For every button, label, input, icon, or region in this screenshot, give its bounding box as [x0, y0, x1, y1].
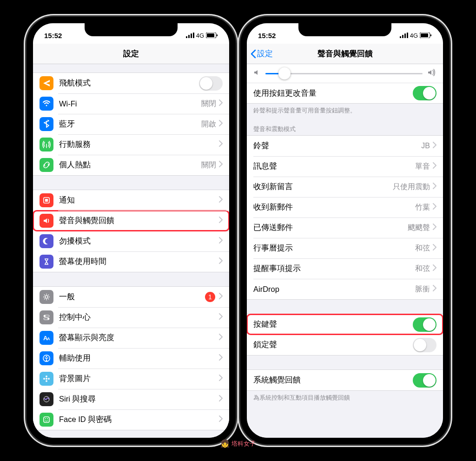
- bell-icon: [40, 193, 53, 207]
- chevron-icon: [219, 140, 223, 149]
- chevron-icon: [433, 162, 436, 171]
- chevron-icon: [219, 161, 223, 169]
- system-haptics-toggle[interactable]: [413, 373, 436, 388]
- back-button[interactable]: 設定: [251, 44, 273, 64]
- chevron-icon: [433, 142, 436, 150]
- sound-row[interactable]: 已傳送郵件颼颼聲: [247, 217, 443, 238]
- sound-row[interactable]: 收到新留言只使用震動: [247, 177, 443, 197]
- cell-label: 使用按鈕更改音量: [253, 88, 413, 99]
- chevron-icon: [219, 237, 223, 245]
- svg-rect-28: [400, 36, 401, 38]
- cell-label: 一般: [59, 292, 205, 302]
- sound-row[interactable]: AirDrop脈衝: [247, 279, 443, 299]
- svg-point-20: [46, 375, 47, 377]
- settings-row-airplane[interactable]: 飛航模式: [33, 73, 229, 93]
- svg-rect-25: [44, 417, 49, 422]
- settings-row-text-size[interactable]: AA螢幕顯示與亮度: [33, 328, 229, 348]
- status-time: 15:52: [258, 32, 276, 40]
- settings-group-notifications: 通知聲音與觸覺回饋勿擾模式螢幕使用時間: [33, 190, 229, 272]
- cell-value: 竹葉: [415, 203, 430, 212]
- volume-buttons-cell[interactable]: 使用按鈕更改音量: [247, 83, 443, 103]
- nav-bar: 設定: [33, 44, 229, 64]
- keyboard-clicks-cell[interactable]: 按鍵聲: [247, 314, 443, 335]
- cell-value: 和弦: [415, 244, 430, 253]
- cell-label: Wi-Fi: [59, 99, 201, 108]
- settings-content[interactable]: 飛航模式Wi-Fi關閉藍牙開啟行動服務個人熱點關閉 通知聲音與觸覺回饋勿擾模式螢…: [33, 64, 229, 438]
- gear-icon: [40, 290, 53, 304]
- settings-row-antenna[interactable]: 行動服務: [33, 134, 229, 155]
- cell-value: 關閉: [201, 160, 216, 170]
- keyboard-clicks-toggle[interactable]: [413, 317, 436, 332]
- settings-row-switches[interactable]: 控制中心: [33, 307, 229, 328]
- keyboard-sounds-group: 按鍵聲 鎖定聲: [247, 314, 443, 356]
- sound-row[interactable]: 收到新郵件竹葉: [247, 197, 443, 217]
- status-right: 4G: [186, 32, 218, 39]
- volume-slider[interactable]: [265, 73, 423, 74]
- sound-row[interactable]: 行事曆提示和弦: [247, 238, 443, 258]
- cell-label: 個人熱點: [59, 160, 201, 170]
- cell-label: Face ID 與密碼: [59, 415, 219, 425]
- cell-value: 只使用震動: [393, 182, 430, 192]
- status-right: 4G: [400, 32, 432, 39]
- chevron-icon: [219, 375, 223, 383]
- badge: 1: [205, 292, 215, 302]
- haptics-group: 系統觸覺回饋: [247, 369, 443, 391]
- cell-label: 藍牙: [59, 119, 201, 129]
- chevron-icon: [219, 313, 223, 322]
- settings-row-link[interactable]: 個人熱點關閉: [33, 155, 229, 175]
- cell-label: 飛航模式: [59, 78, 199, 88]
- cell-label: 背景圖片: [59, 374, 219, 384]
- svg-rect-9: [45, 199, 48, 202]
- chevron-icon: [219, 415, 223, 424]
- patterns-group: 鈴聲JB訊息聲單音收到新留言只使用震動收到新郵件竹葉已傳送郵件颼颼聲行事曆提示和…: [247, 135, 443, 300]
- settings-row-bell[interactable]: 通知: [33, 190, 229, 211]
- lock-sound-cell[interactable]: 鎖定聲: [247, 335, 443, 355]
- settings-row-gear[interactable]: 一般1: [33, 287, 229, 307]
- speaker-low-icon: [253, 69, 261, 78]
- sound-row[interactable]: 提醒事項提示和弦: [247, 258, 443, 279]
- svg-rect-33: [421, 33, 428, 37]
- chevron-icon: [433, 183, 436, 191]
- svg-rect-5: [207, 33, 214, 37]
- svg-point-10: [45, 296, 48, 298]
- settings-row-siri[interactable]: Siri 與搜尋: [33, 389, 229, 409]
- nav-bar: 設定 聲音與觸覺回饋: [247, 44, 443, 64]
- settings-row-speaker[interactable]: 聲音與觸覺回饋: [33, 211, 229, 231]
- cell-value: 颼颼聲: [408, 223, 430, 233]
- system-haptics-cell[interactable]: 系統觸覺回饋: [247, 370, 443, 390]
- network-label: 4G: [410, 32, 418, 39]
- cell-value: 開啟: [201, 119, 216, 129]
- cell-label: 輔助使用: [59, 353, 219, 363]
- wifi-icon: [40, 97, 53, 111]
- cell-label: 收到新留言: [253, 182, 393, 192]
- cell-label: 按鍵聲: [253, 319, 413, 329]
- settings-row-flower[interactable]: 背景圖片: [33, 369, 229, 389]
- sound-row[interactable]: 訊息聲單音: [247, 156, 443, 177]
- cell-label: 螢幕使用時間: [59, 257, 219, 267]
- settings-row-bluetooth[interactable]: 藍牙開啟: [33, 114, 229, 134]
- settings-row-accessibility[interactable]: 輔助使用: [33, 348, 229, 369]
- settings-row-hourglass[interactable]: 螢幕使用時間: [33, 251, 229, 272]
- notch: [85, 23, 178, 36]
- settings-row-faceid[interactable]: Face ID 與密碼: [33, 409, 229, 430]
- chevron-icon: [219, 217, 223, 225]
- lock-sound-toggle[interactable]: [413, 338, 436, 352]
- status-time: 15:52: [44, 32, 62, 40]
- settings-row-wifi[interactable]: Wi-Fi關閉: [33, 93, 229, 114]
- svg-point-21: [46, 380, 47, 382]
- volume-buttons-toggle[interactable]: [413, 86, 436, 100]
- chevron-icon: [219, 120, 223, 128]
- settings-row-moon[interactable]: 勿擾模式: [33, 231, 229, 251]
- settings-group-general: 一般1控制中心AA螢幕顯示與亮度輔助使用背景圖片Siri 與搜尋Face ID …: [33, 286, 229, 430]
- siri-icon: [40, 392, 53, 406]
- notch: [298, 23, 391, 36]
- svg-point-26: [45, 418, 46, 419]
- svg-rect-6: [217, 34, 218, 36]
- sounds-content[interactable]: 使用按鈕更改音量 鈴聲和提示聲音量可用音量按鈕調整。 聲音和震動模式 鈴聲JB訊…: [247, 64, 443, 438]
- airplane-toggle[interactable]: [199, 76, 223, 91]
- nav-title: 設定: [123, 48, 139, 59]
- hourglass-icon: [40, 255, 53, 269]
- sound-row[interactable]: 鈴聲JB: [247, 136, 443, 156]
- chevron-icon: [219, 99, 223, 108]
- back-label: 設定: [257, 48, 273, 59]
